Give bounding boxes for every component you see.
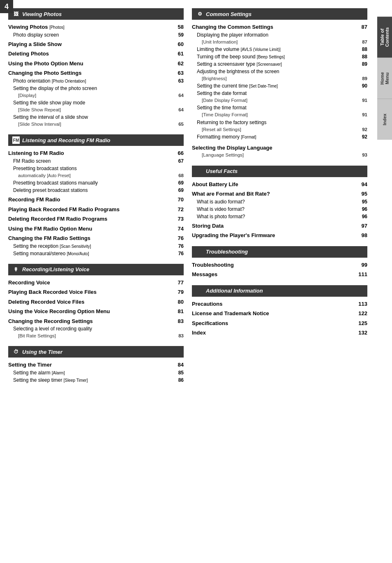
- toc-entry: About Battery Life 94: [192, 180, 367, 189]
- toc-entry: [Date Display Format] 91: [192, 97, 367, 104]
- toc-entry: [Time Display Format] 91: [192, 111, 367, 118]
- toc-entry: Setting the reception [Scan Sensitivity]…: [8, 242, 184, 250]
- troubleshooting-icon: [196, 248, 203, 256]
- toc-entry: Setting the alarm [Alarm] 85: [8, 369, 184, 376]
- section-block-fm-radio: FM Listening and Recording FM Radio List…: [8, 134, 184, 257]
- toc-entry: [Slide Show Repeat] 64: [8, 106, 184, 113]
- toc-entry: automatically [Auto Preset] 68: [8, 172, 184, 179]
- toc-entry: [Language Settings] 93: [192, 152, 367, 159]
- toc-entry: Viewing Photos [Photos] 58: [8, 23, 184, 31]
- toc-entry: Recording FM Radio 70: [8, 196, 184, 204]
- toc-entry: Setting monaural/stereo [Mono/Auto] 76: [8, 250, 184, 257]
- toc-entry: Upgrading the Player's Firmware 98: [192, 231, 367, 240]
- toc-entry: Photo orientation [Photo Orientation] 63: [8, 77, 184, 85]
- toc-entry: Setting the interval of a slide show: [8, 113, 184, 121]
- voice-header: 🎙 Recording/Listening Voice: [8, 264, 184, 275]
- toc-entry: What are Format and Bit Rate? 95: [192, 190, 367, 198]
- toc-entry: Setting the slide show play mode: [8, 99, 184, 106]
- toc-entry: Playing Back Recorded FM Radio Programs …: [8, 205, 184, 214]
- toc-entry: Listening to FM Radio 66: [8, 149, 184, 157]
- toc-entry: Deleting Recorded FM Radio Programs 73: [8, 215, 184, 223]
- toc-entry: Using the Photo Option Menu 62: [8, 60, 184, 68]
- toc-entry: Setting the time format: [192, 104, 367, 111]
- toc-entry: Precautions 113: [192, 300, 367, 308]
- main-content: 🖼 Viewing Photos Viewing Photos [Photos]…: [0, 0, 376, 399]
- sidebar-tab-toc[interactable]: Table ofContents: [377, 16, 392, 58]
- toc-entry: FM Radio screen 67: [8, 157, 184, 165]
- right-column: ⚙ Common Settings Changing the Common Se…: [192, 8, 367, 390]
- toc-entry: Presetting broadcast stations: [8, 165, 184, 172]
- toc-entry: Deleting Photos 61: [8, 50, 184, 58]
- toc-entry: Changing the FM Radio Settings 76: [8, 234, 184, 242]
- toc-entry: Deleting preset broadcast stations 69: [8, 187, 184, 194]
- toc-entry: Adjusting the brightness of the screen: [192, 68, 367, 75]
- section-block-timer: ⏱ Using the Timer Setting the Timer 84 S…: [8, 346, 184, 384]
- section-block-useful-facts: Useful Facts About Battery Life 94 What …: [192, 166, 367, 240]
- toc-entry: Setting the sleep timer [Sleep Timer] 86: [8, 376, 184, 384]
- sidebar-tabs: Table ofContents HomeMenu Index: [377, 16, 392, 140]
- voice-title: Recording/Listening Voice: [22, 266, 89, 272]
- toc-entry: [Bit Rate Settings] 83: [8, 332, 184, 339]
- toc-entry: Setting the Timer 84: [8, 361, 184, 369]
- viewing-photos-section: 🖼 Viewing Photos Viewing Photos [Photos]…: [8, 8, 184, 390]
- toc-entry: Changing the Common Settings 87: [192, 23, 367, 31]
- toc-entry: [Display] 64: [8, 92, 184, 99]
- viewing-photos-icon: 🖼: [12, 10, 20, 18]
- toc-entry: Setting the current time [Set Date-Time]…: [192, 82, 367, 90]
- toc-entry: Displaying the player information: [192, 31, 367, 39]
- toc-entry: License and Trademark Notice 122: [192, 309, 367, 318]
- section-block-voice: 🎙 Recording/Listening Voice Recording Vo…: [8, 264, 184, 340]
- toc-entry: Using the FM Radio Option Menu 74: [8, 225, 184, 233]
- toc-entry: [Reset all Settings] 92: [192, 126, 367, 133]
- toc-entry: Troubleshooting 99: [192, 261, 367, 269]
- toc-entry: Playing a Slide Show 60: [8, 40, 184, 48]
- toc-entry: What is photo format? 96: [192, 213, 367, 220]
- common-settings-icon: ⚙: [196, 10, 203, 18]
- toc-entry: Messages 111: [192, 270, 367, 279]
- toc-entry: Setting a screensaver type [Screensaver]…: [192, 60, 367, 68]
- toc-entry: Presetting broadcast stations manually 6…: [8, 179, 184, 187]
- fm-radio-title: Listening and Recording FM Radio: [22, 137, 111, 143]
- fm-radio-header: FM Listening and Recording FM Radio: [8, 134, 184, 146]
- toc-entry: Returning to the factory settings: [192, 119, 367, 126]
- toc-entry: Using the Voice Recording Option Menu 81: [8, 307, 184, 316]
- section-block-troubleshooting: Troubleshooting Troubleshooting 99 Messa…: [192, 246, 367, 279]
- voice-icon: 🎙: [12, 266, 20, 273]
- toc-entry: Index 132: [192, 329, 367, 337]
- page-number: 4: [0, 0, 13, 13]
- common-settings-title: Common Settings: [206, 11, 251, 17]
- section-block-viewing-photos: 🖼 Viewing Photos Viewing Photos [Photos]…: [8, 8, 184, 128]
- common-settings-header: ⚙ Common Settings: [192, 8, 367, 20]
- sidebar-tab-home[interactable]: HomeMenu: [377, 58, 392, 99]
- toc-entry: Recording Voice 77: [8, 279, 184, 287]
- toc-entry: Changing the Recording Settings 83: [8, 317, 184, 325]
- toc-entry: Limiting the volume [AVLS (Volume Limit)…: [192, 46, 367, 53]
- timer-header: ⏱ Using the Timer: [8, 346, 184, 358]
- toc-entry: What is audio format? 95: [192, 198, 367, 205]
- viewing-photos-header: 🖼 Viewing Photos: [8, 8, 184, 20]
- useful-facts-icon: [196, 168, 203, 175]
- toc-entry: Storing Data 97: [192, 222, 367, 230]
- toc-entry: Setting the date format: [192, 90, 367, 97]
- toc-entry: Deleting Recorded Voice Files 80: [8, 298, 184, 306]
- sidebar-tab-index[interactable]: Index: [377, 99, 392, 140]
- troubleshooting-header: Troubleshooting: [192, 246, 367, 258]
- section-block-additional-info: Additional Information Precautions 113 L…: [192, 285, 367, 337]
- viewing-photos-title: Viewing Photos: [22, 11, 62, 17]
- toc-entry: [Slide Show Interval] 65: [8, 121, 184, 128]
- troubleshooting-title: Troubleshooting: [206, 249, 248, 255]
- toc-entry: Specifications 125: [192, 319, 367, 328]
- additional-info-title: Additional Information: [206, 288, 263, 294]
- toc-entry: Playing Back Recorded Voice Files 79: [8, 288, 184, 296]
- toc-entry: Selecting the Display Language: [192, 144, 367, 152]
- toc-entry: [Unit Information] 87: [192, 39, 367, 46]
- toc-entry: Formatting memory [Format] 92: [192, 133, 367, 141]
- toc-entry: Photo display screen 59: [8, 31, 184, 39]
- fm-radio-icon: FM: [12, 136, 20, 144]
- useful-facts-title: Useful Facts: [206, 168, 238, 174]
- toc-entry: Setting the display of the photo screen: [8, 85, 184, 92]
- toc-entry: [Brightness] 89: [192, 75, 367, 82]
- timer-icon: ⏱: [12, 348, 20, 355]
- toc-entry: Changing the Photo Settings 63: [8, 69, 184, 77]
- timer-title: Using the Timer: [22, 349, 62, 355]
